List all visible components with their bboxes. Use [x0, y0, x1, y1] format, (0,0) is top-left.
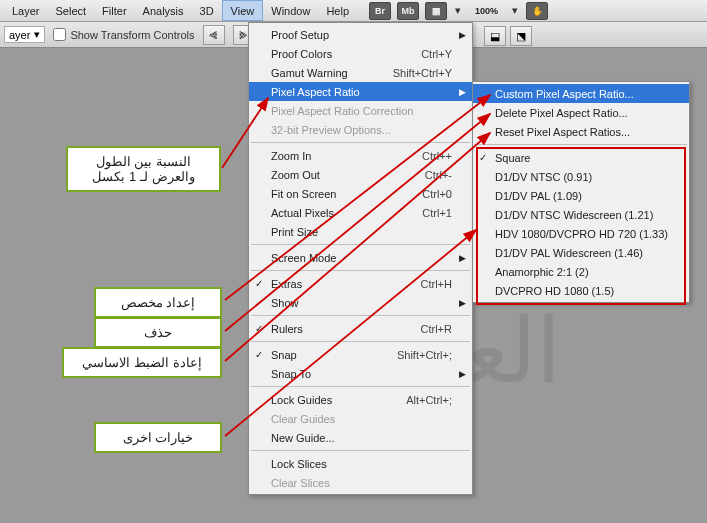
menu-item-label: Snap: [271, 349, 297, 361]
menu-item-label: D1/DV PAL Widescreen (1.46): [495, 247, 643, 259]
view-menu-separator: [251, 270, 470, 271]
launcher-mb-icon[interactable]: Mb: [397, 2, 419, 20]
view-menu-item-fit-on-screen[interactable]: Fit on ScreenCtrl+0: [249, 184, 472, 203]
menu-item-shortcut: Ctrl+H: [421, 278, 452, 290]
menu-item-label: New Guide...: [271, 432, 335, 444]
workspace-icon[interactable]: ▦: [425, 2, 447, 20]
par-submenu-item-d1-dv-ntsc-0-91[interactable]: D1/DV NTSC (0.91): [473, 167, 689, 186]
view-menu-separator: [251, 315, 470, 316]
view-menu-item-proof-setup[interactable]: Proof Setup▶: [249, 25, 472, 44]
menubar-item-window[interactable]: Window: [263, 0, 318, 21]
view-menu-item-pixel-aspect-ratio-correction: Pixel Aspect Ratio Correction: [249, 101, 472, 120]
view-menu-separator: [251, 142, 470, 143]
menu-item-label: Square: [495, 152, 530, 164]
view-menu-item-screen-mode[interactable]: Screen Mode▶: [249, 248, 472, 267]
annotation-delete: حذف: [94, 317, 222, 348]
menu-item-label: Snap To: [271, 368, 311, 380]
par-submenu-item-d1-dv-ntsc-widescreen-1-21[interactable]: D1/DV NTSC Widescreen (1.21): [473, 205, 689, 224]
distribute-icon-2[interactable]: ⬔: [510, 26, 532, 46]
layer-select[interactable]: ayer ▾: [4, 26, 45, 43]
annotation-custom: إعداد مخصص: [94, 287, 222, 318]
check-icon: ✓: [255, 349, 263, 360]
menu-item-shortcut: Ctrl++: [422, 150, 452, 162]
par-submenu-item-custom-pixel-aspect-ratio[interactable]: Custom Pixel Aspect Ratio...: [473, 84, 689, 103]
view-menu-item-clear-slices: Clear Slices: [249, 473, 472, 492]
par-submenu-item-d1-dv-pal-widescreen-1-46[interactable]: D1/DV PAL Widescreen (1.46): [473, 243, 689, 262]
menu-item-label: Lock Guides: [271, 394, 332, 406]
menu-item-label: Print Size: [271, 226, 318, 238]
view-menu-separator: [251, 341, 470, 342]
menu-item-label: D1/DV PAL (1.09): [495, 190, 582, 202]
menu-item-label: HDV 1080/DVCPRO HD 720 (1.33): [495, 228, 668, 240]
menu-item-label: Lock Slices: [271, 458, 327, 470]
view-menu-dropdown: Proof Setup▶Proof ColorsCtrl+YGamut Warn…: [248, 22, 473, 495]
view-menu-item-zoom-in[interactable]: Zoom InCtrl++: [249, 146, 472, 165]
par-submenu-item-delete-pixel-aspect-ratio[interactable]: Delete Pixel Aspect Ratio...: [473, 103, 689, 122]
view-menu-item-rulers[interactable]: ✓RulersCtrl+R: [249, 319, 472, 338]
menu-item-label: Extras: [271, 278, 302, 290]
annotation-par: النسبة بين الطول والعرض لـ 1 بكسل: [66, 146, 221, 192]
menubar-item-analysis[interactable]: Analysis: [135, 0, 192, 21]
hand-tool-icon[interactable]: ✋: [526, 2, 548, 20]
view-menu-item-lock-slices[interactable]: Lock Slices: [249, 454, 472, 473]
view-menu-item-proof-colors[interactable]: Proof ColorsCtrl+Y: [249, 44, 472, 63]
show-transform-checkbox[interactable]: Show Transform Controls: [53, 28, 194, 41]
view-menu-item-snap[interactable]: ✓SnapShift+Ctrl+;: [249, 345, 472, 364]
launcher-br-icon[interactable]: Br: [369, 2, 391, 20]
par-submenu-item-d1-dv-pal-1-09[interactable]: D1/DV PAL (1.09): [473, 186, 689, 205]
submenu-arrow-icon: ▶: [459, 30, 466, 40]
view-menu-item-zoom-out[interactable]: Zoom OutCtrl+-: [249, 165, 472, 184]
view-menu-item-clear-guides: Clear Guides: [249, 409, 472, 428]
menu-item-label: Proof Colors: [271, 48, 332, 60]
chevron-down-icon[interactable]: ▾: [510, 6, 520, 16]
view-menu-item-actual-pixels[interactable]: Actual PixelsCtrl+1: [249, 203, 472, 222]
menu-item-label: Delete Pixel Aspect Ratio...: [495, 107, 628, 119]
par-submenu-item-hdv-1080-dvcpro-hd-720-1-33[interactable]: HDV 1080/DVCPRO HD 720 (1.33): [473, 224, 689, 243]
menu-item-shortcut: Shift+Ctrl+;: [397, 349, 452, 361]
annotation-other: خيارات اخرى: [94, 422, 222, 453]
menubar-item-help[interactable]: Help: [318, 0, 357, 21]
check-icon: ✓: [255, 323, 263, 334]
menu-item-label: D1/DV NTSC Widescreen (1.21): [495, 209, 653, 221]
menubar-item-filter[interactable]: Filter: [94, 0, 134, 21]
align-icon-1[interactable]: ⫷: [203, 25, 225, 45]
menu-item-label: Proof Setup: [271, 29, 329, 41]
menubar-item-3d[interactable]: 3D: [192, 0, 222, 21]
menu-item-shortcut: Shift+Ctrl+Y: [393, 67, 452, 79]
view-menu-item-snap-to[interactable]: Snap To▶: [249, 364, 472, 383]
distribute-icon-1[interactable]: ⬓: [484, 26, 506, 46]
check-icon: ✓: [479, 152, 487, 163]
menu-item-shortcut: Ctrl+R: [421, 323, 452, 335]
menu-item-label: Anamorphic 2:1 (2): [495, 266, 589, 278]
submenu-arrow-icon: ▶: [459, 298, 466, 308]
menubar-item-select[interactable]: Select: [48, 0, 95, 21]
par-submenu-item-anamorphic-2-1-2[interactable]: Anamorphic 2:1 (2): [473, 262, 689, 281]
par-submenu-item-square[interactable]: ✓Square: [473, 148, 689, 167]
menu-item-shortcut: Ctrl+Y: [421, 48, 452, 60]
par-submenu-item-dvcpro-hd-1080-1-5[interactable]: DVCPRO HD 1080 (1.5): [473, 281, 689, 300]
zoom-level[interactable]: 100%: [469, 2, 504, 20]
view-menu-item-print-size[interactable]: Print Size: [249, 222, 472, 241]
view-menu-item-pixel-aspect-ratio[interactable]: Pixel Aspect Ratio▶: [249, 82, 472, 101]
menubar-item-layer[interactable]: Layer: [4, 0, 48, 21]
menubar-item-view[interactable]: View: [222, 0, 264, 21]
view-menu-item-show[interactable]: Show▶: [249, 293, 472, 312]
view-menu-item-extras[interactable]: ✓ExtrasCtrl+H: [249, 274, 472, 293]
menu-item-label: Screen Mode: [271, 252, 336, 264]
menu-item-label: Show: [271, 297, 299, 309]
annotation-reset: إعادة الضبط الاساسي: [62, 347, 222, 378]
show-transform-input[interactable]: [53, 28, 66, 41]
view-menu-item-lock-guides[interactable]: Lock GuidesAlt+Ctrl+;: [249, 390, 472, 409]
submenu-arrow-icon: ▶: [459, 369, 466, 379]
chevron-down-icon: ▾: [34, 28, 40, 41]
par-submenu-item-reset-pixel-aspect-ratios[interactable]: Reset Pixel Aspect Ratios...: [473, 122, 689, 141]
menu-item-shortcut: Alt+Ctrl+;: [406, 394, 452, 406]
view-menu-item-gamut-warning[interactable]: Gamut WarningShift+Ctrl+Y: [249, 63, 472, 82]
chevron-down-icon[interactable]: ▾: [453, 6, 463, 16]
view-menu-separator: [251, 244, 470, 245]
view-menu-item-new-guide[interactable]: New Guide...: [249, 428, 472, 447]
menu-item-label: Pixel Aspect Ratio: [271, 86, 360, 98]
pixel-aspect-ratio-submenu: Custom Pixel Aspect Ratio...Delete Pixel…: [472, 81, 690, 303]
menu-item-label: Clear Slices: [271, 477, 330, 489]
view-menu-separator: [251, 386, 470, 387]
